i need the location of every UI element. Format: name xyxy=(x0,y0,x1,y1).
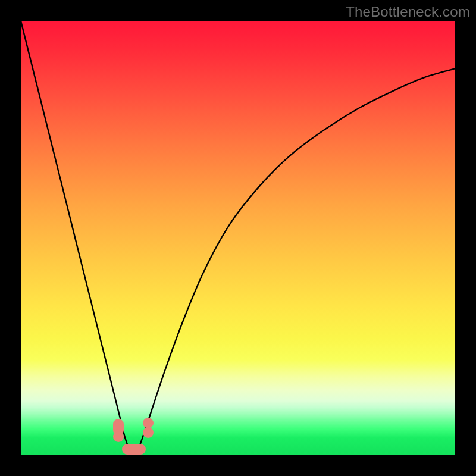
chart-frame: TheBottleneck.com xyxy=(0,0,476,476)
plot-area xyxy=(21,21,455,455)
bottleneck-curve-path xyxy=(21,21,455,452)
curve-layer xyxy=(21,21,455,455)
right-bump-bot xyxy=(143,427,154,438)
bottom-bump xyxy=(122,444,146,455)
watermark-text: TheBottleneck.com xyxy=(346,4,470,20)
